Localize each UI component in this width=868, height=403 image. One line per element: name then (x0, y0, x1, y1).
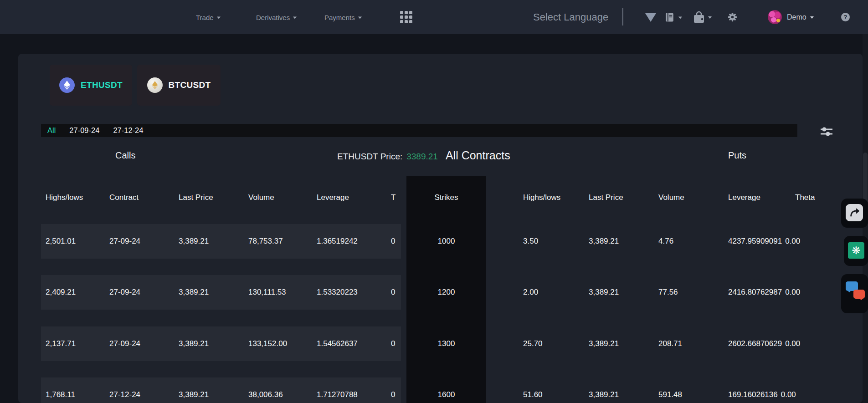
calls-cell-highs_lows: 2,501.01 (46, 237, 76, 246)
pair-button-ethusdt[interactable]: ETHUSDT (50, 65, 132, 106)
user-name: Demo (787, 13, 806, 21)
puts-cell-leverage: 4237.95909091 (728, 237, 782, 246)
col-head-puts-leverage: Leverage (728, 193, 760, 202)
puts-cell-volume: 4.76 (658, 237, 673, 246)
calls-cell-leverage: 1.71270788 (317, 390, 358, 399)
puts-cell-last_price: 3,389.21 (589, 339, 619, 348)
puts-cell-leverage-theta: 169.160261360.00 (728, 390, 796, 399)
settings-gear-icon[interactable] (728, 12, 737, 24)
puts-cell-theta: 0.00 (785, 237, 800, 246)
filter-settings-icon[interactable] (820, 126, 833, 138)
eth-coin-icon (59, 77, 75, 93)
nav-derivatives[interactable]: Derivatives (256, 13, 297, 21)
calls-cell-t: 0 (391, 339, 395, 348)
share-arrow-icon (848, 207, 860, 219)
puts-title: Puts (728, 150, 746, 161)
calls-cell-leverage: 1.54562637 (317, 339, 358, 348)
puts-cell-theta: 0.00 (785, 339, 800, 348)
col-head-calls-leverage: Leverage (317, 193, 349, 202)
contracts-header: ETHUSDT Price: 3389.21 All Contracts (337, 149, 510, 162)
puts-cell-leverage: 2602.66870629 (728, 339, 782, 348)
table-row[interactable]: 2,409.2127-09-243,389.21130,111.531.5332… (0, 275, 868, 310)
calls-cell-volume: 78,753.37 (248, 237, 283, 246)
select-language[interactable]: Select Language (533, 11, 608, 23)
wallet-lock-icon (693, 10, 705, 24)
strike-value: 1000 (406, 237, 486, 246)
col-head-strikes: Strikes (406, 193, 486, 202)
orders-menu[interactable] (664, 11, 682, 23)
puts-cell-leverage-theta: 2602.668706290.00 (728, 339, 800, 348)
calls-cell-last_price: 3,389.21 (179, 288, 209, 297)
calls-cell-highs_lows: 1,768.11 (46, 390, 75, 399)
nav-trade-label: Trade (196, 13, 214, 21)
table-row[interactable]: 2,137.7127-09-243,389.21133,152.001.5456… (0, 326, 868, 361)
calls-cell-last_price: 3,389.21 (179, 339, 209, 348)
tab-all[interactable]: All (47, 126, 56, 135)
nav-trade[interactable]: Trade (196, 13, 221, 21)
nav-divider (622, 8, 623, 26)
calls-cell-volume: 130,111.53 (248, 288, 286, 297)
top-navbar: Trade Derivatives Payments Select Langua… (0, 0, 868, 34)
expiry-tabs: All 27-09-24 27-12-24 (41, 124, 797, 137)
user-menu[interactable]: Demo (787, 13, 814, 21)
calls-cell-leverage: 1.53320223 (317, 288, 358, 297)
share-button[interactable] (846, 204, 863, 221)
calls-cell-volume: 133,152.00 (248, 339, 287, 348)
chatgpt-logo-icon: ❋ (852, 245, 860, 257)
col-head-puts-highs-lows: Highs/lows (523, 193, 560, 202)
puts-cell-volume: 77.56 (658, 288, 678, 297)
table-row[interactable]: 1,768.1127-12-243,389.2138,006.361.71270… (0, 377, 868, 403)
table-row[interactable]: 2,501.0127-09-243,389.2178,753.371.36519… (0, 224, 868, 259)
strike-value: 1200 (406, 288, 486, 297)
btc-coin-icon (147, 77, 163, 93)
col-head-puts-last-price: Last Price (589, 193, 623, 202)
user-avatar[interactable] (768, 10, 782, 24)
chevron-down-icon (708, 16, 712, 19)
nav-derivatives-label: Derivatives (256, 13, 290, 21)
puts-cell-leverage-theta: 4237.959090910.00 (728, 237, 800, 246)
puts-cell-theta: 0.00 (785, 288, 800, 297)
puts-cell-last_price: 3,389.21 (589, 390, 619, 399)
puts-cell-volume: 591.48 (658, 390, 682, 399)
calls-cell-contract: 27-09-24 (109, 237, 140, 246)
all-contracts-title: All Contracts (446, 149, 510, 162)
tab-27-09-24[interactable]: 27-09-24 (69, 126, 99, 135)
puts-cell-leverage: 169.16026136 (728, 390, 778, 399)
col-head-calls-volume: Volume (248, 193, 274, 202)
col-head-calls-last-price: Last Price (179, 193, 213, 202)
pair-label-btcusdt: BTCUSDT (169, 80, 211, 90)
options-trading-page: Trade Derivatives Payments Select Langua… (0, 0, 868, 403)
tab-27-12-24[interactable]: 27-12-24 (113, 126, 143, 135)
help-icon[interactable]: ? (841, 13, 850, 21)
col-head-calls-t: T (391, 193, 395, 202)
puts-cell-volume: 208.71 (658, 339, 682, 348)
apps-grid-icon[interactable] (400, 11, 413, 24)
nav-payments[interactable]: Payments (324, 13, 362, 21)
strike-value: 1300 (406, 339, 486, 348)
wallet-menu[interactable] (693, 10, 712, 24)
calls-cell-highs_lows: 2,137.71 (46, 339, 76, 348)
pair-button-btcusdt[interactable]: BTCUSDT (137, 65, 221, 106)
pair-label-ethusdt: ETHUSDT (81, 80, 123, 90)
strike-value: 1600 (406, 390, 486, 399)
language-flag-icon[interactable] (645, 13, 656, 22)
puts-cell-highs_lows: 51.60 (523, 390, 543, 399)
calls-title: Calls (115, 150, 135, 161)
calls-cell-t: 0 (391, 390, 395, 399)
calls-cell-last_price: 3,389.21 (179, 390, 209, 399)
nav-payments-label: Payments (324, 13, 355, 21)
calls-cell-t: 0 (391, 237, 395, 246)
chat-bubble-red-icon (853, 290, 865, 299)
calls-cell-contract: 27-09-24 (109, 339, 140, 348)
chatgpt-button[interactable]: ❋ (848, 242, 864, 259)
puts-cell-leverage: 2416.80762987 (728, 288, 782, 297)
calls-cell-highs_lows: 2,409.21 (46, 288, 76, 297)
puts-cell-highs_lows: 2.00 (523, 288, 538, 297)
calls-cell-t: 0 (391, 288, 395, 297)
chevron-down-icon (678, 16, 682, 19)
price-value: 3389.21 (406, 152, 438, 162)
puts-cell-leverage-theta: 2416.807629870.00 (728, 288, 800, 297)
puts-cell-theta: 0.00 (781, 390, 796, 399)
chevron-down-icon (293, 16, 297, 19)
puts-cell-last_price: 3,389.21 (589, 288, 619, 297)
